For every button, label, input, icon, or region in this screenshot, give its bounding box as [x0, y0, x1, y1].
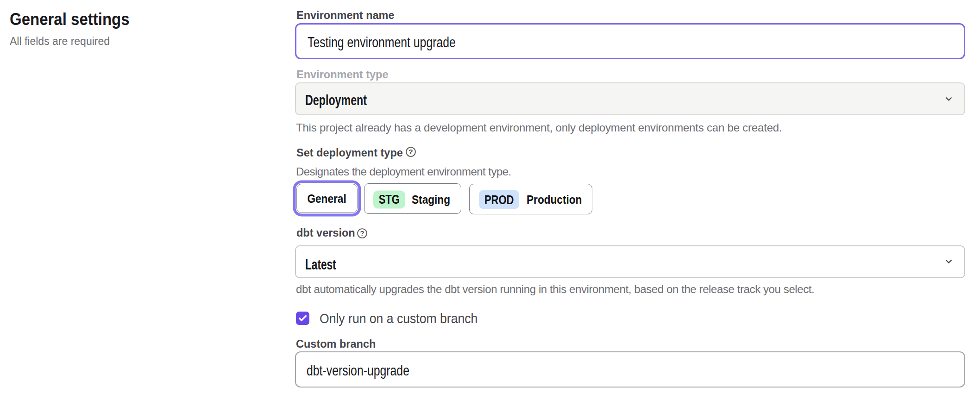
svg-text:?: ? [408, 148, 413, 156]
svg-text:?: ? [360, 229, 364, 237]
